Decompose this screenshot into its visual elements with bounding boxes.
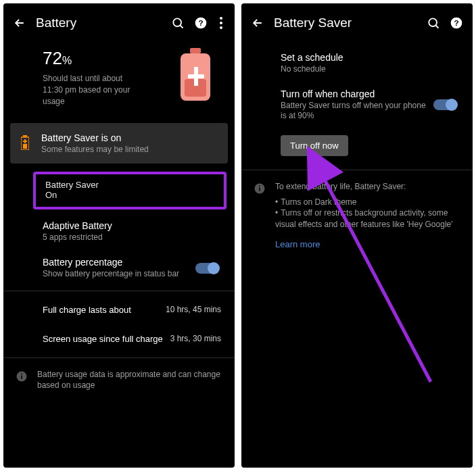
divider bbox=[3, 357, 235, 358]
overflow-icon[interactable] bbox=[217, 16, 225, 30]
battery-summary: Should last until about 11:30 pm based o… bbox=[43, 73, 137, 107]
page-title: Battery Saver bbox=[274, 16, 417, 30]
svg-rect-10 bbox=[188, 74, 204, 78]
svg-rect-17 bbox=[21, 375, 22, 378]
info-bullet-2: Turns off or restricts background activi… bbox=[275, 207, 460, 230]
full-charge-value: 10 hrs, 45 mins bbox=[166, 305, 221, 315]
battery-saver-banner[interactable]: Battery Saver is on Some features may be… bbox=[10, 123, 228, 164]
banner-text: Battery Saver is on Some features may be… bbox=[41, 132, 149, 154]
svg-rect-23 bbox=[259, 187, 260, 191]
battery-text: 72% Should last until about 11:30 pm bas… bbox=[43, 48, 137, 107]
adaptive-title: Adaptive Battery bbox=[43, 220, 221, 231]
battery-saver-item[interactable]: Battery Saver On bbox=[33, 172, 227, 209]
svg-text:?: ? bbox=[454, 18, 458, 27]
battery-saver-screen: Battery Saver ? Set a schedule No schedu… bbox=[241, 3, 473, 468]
info-lead: To extend battery life, Battery Saver: bbox=[275, 181, 460, 193]
battery-saver-icon bbox=[21, 135, 29, 150]
screen-usage-row[interactable]: Screen usage since full charge 3 hrs, 30… bbox=[3, 324, 235, 353]
divider bbox=[241, 170, 473, 170]
percentage-text: Battery percentage Show battery percenta… bbox=[43, 257, 195, 280]
footer-info-text: Battery usage data is approximate and ca… bbox=[37, 369, 222, 392]
percentage-title: Battery percentage bbox=[43, 257, 195, 268]
schedule-item[interactable]: Set a schedule No schedule bbox=[241, 43, 473, 82]
percent-value: 72 bbox=[43, 48, 62, 68]
svg-text:?: ? bbox=[198, 18, 203, 27]
app-bar: Battery ? bbox=[3, 3, 235, 43]
banner-title: Battery Saver is on bbox=[41, 132, 149, 143]
svg-rect-13 bbox=[23, 144, 27, 149]
turnoff-now-wrap: Turn off now bbox=[241, 128, 473, 166]
help-icon[interactable]: ? bbox=[450, 16, 463, 30]
divider bbox=[3, 291, 235, 291]
back-icon[interactable] bbox=[251, 16, 264, 30]
battery-saver-info: To extend battery life, Battery Saver: T… bbox=[241, 174, 473, 257]
schedule-sub: No schedule bbox=[281, 64, 459, 75]
svg-point-3 bbox=[220, 17, 222, 20]
page-title: Battery bbox=[36, 16, 162, 30]
schedule-title: Set a schedule bbox=[281, 52, 459, 63]
battery-saver-title: Battery Saver bbox=[45, 180, 214, 190]
info-icon bbox=[16, 370, 28, 382]
turnoff-title: Turn off when charged bbox=[281, 89, 427, 99]
battery-saver-status: On bbox=[45, 190, 214, 200]
battery-percentage-item[interactable]: Battery percentage Show battery percenta… bbox=[3, 250, 235, 287]
svg-rect-24 bbox=[259, 185, 260, 187]
screen-usage-value: 3 hrs, 30 mins bbox=[170, 334, 221, 344]
turnoff-sub: Battery Saver turns off when your phone … bbox=[281, 101, 427, 122]
svg-rect-6 bbox=[190, 48, 201, 53]
turnoff-text: Turn off when charged Battery Saver turn… bbox=[281, 89, 433, 122]
help-icon[interactable]: ? bbox=[194, 16, 208, 30]
adaptive-sub: 5 apps restricted bbox=[43, 232, 221, 243]
app-bar: Battery Saver ? bbox=[241, 3, 473, 43]
info-text-block: To extend battery life, Battery Saver: T… bbox=[275, 181, 460, 251]
battery-stats: 72% Should last until about 11:30 pm bas… bbox=[3, 43, 235, 123]
battery-icon bbox=[178, 48, 213, 102]
battery-settings-screen: Battery ? 72% Should last until about 11… bbox=[3, 3, 235, 468]
banner-subtitle: Some features may be limited bbox=[41, 145, 149, 154]
info-icon bbox=[254, 182, 266, 195]
svg-point-4 bbox=[220, 22, 222, 24]
turnoff-charged-item[interactable]: Turn off when charged Battery Saver turn… bbox=[241, 82, 473, 128]
full-charge-label: Full charge lasts about bbox=[43, 305, 131, 315]
percentage-toggle[interactable] bbox=[195, 263, 218, 274]
learn-more-link[interactable]: Learn more bbox=[275, 239, 320, 251]
footer-info: Battery usage data is approximate and ca… bbox=[3, 362, 235, 399]
svg-rect-15 bbox=[23, 141, 27, 142]
search-icon[interactable] bbox=[171, 16, 185, 30]
percentage-sub: Show battery percentage in status bar bbox=[43, 269, 195, 280]
info-bullet-1: Turns on Dark theme bbox=[275, 197, 460, 208]
full-charge-row[interactable]: Full charge lasts about 10 hrs, 45 mins bbox=[3, 295, 235, 324]
svg-point-0 bbox=[173, 18, 181, 26]
back-icon[interactable] bbox=[13, 16, 26, 30]
turnoff-toggle[interactable] bbox=[433, 99, 456, 110]
percent-sign: % bbox=[62, 55, 72, 66]
svg-point-5 bbox=[220, 26, 222, 29]
screen-usage-label: Screen usage since full charge bbox=[43, 334, 163, 344]
turn-off-now-button[interactable]: Turn off now bbox=[281, 135, 348, 156]
search-icon[interactable] bbox=[427, 16, 440, 30]
adaptive-battery-item[interactable]: Adaptive Battery 5 apps restricted bbox=[3, 214, 235, 250]
battery-percent: 72% bbox=[43, 48, 137, 69]
svg-point-19 bbox=[429, 18, 437, 26]
svg-rect-18 bbox=[21, 373, 22, 374]
